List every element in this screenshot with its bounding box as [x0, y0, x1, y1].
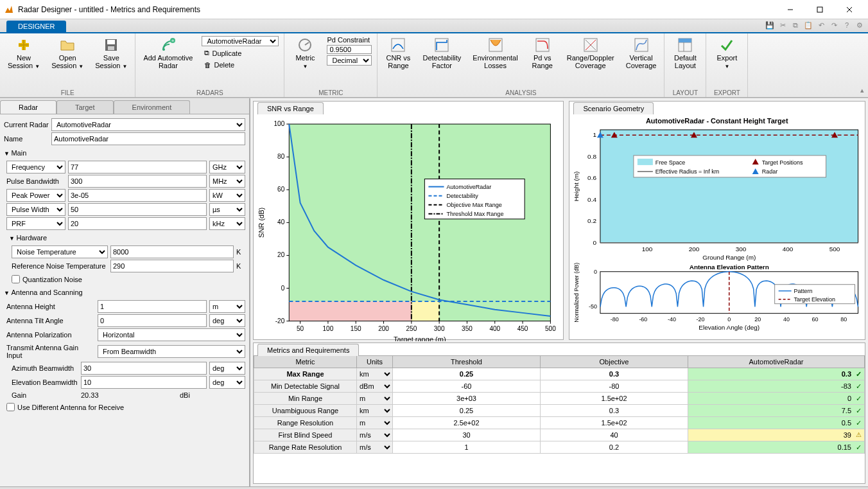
ref-noise-input[interactable] [110, 260, 234, 272]
metric-objective-cell[interactable]: -80 [541, 380, 688, 393]
metric-icon [297, 37, 313, 53]
pulse-bw-unit[interactable]: MHz [209, 175, 245, 188]
pulse-width-input[interactable] [68, 203, 207, 216]
scenario-tab[interactable]: Scenario Geometry [573, 102, 654, 114]
antenna-section[interactable]: Antenna and Scanning [4, 286, 245, 299]
qat-undo-icon[interactable]: ↶ [817, 21, 826, 30]
tab-target[interactable]: Target [56, 100, 114, 114]
cnr-button[interactable]: CNR vsRange [383, 36, 413, 71]
peak-power-input[interactable] [68, 189, 207, 202]
metric-objective-cell[interactable]: 0.3 [541, 368, 688, 380]
metric-unit-cell[interactable]: m/s [357, 441, 393, 454]
radar-selector[interactable]: AutomotiveRadar [202, 36, 279, 46]
export-button[interactable]: Export▼ [711, 36, 742, 72]
pulse-width-label-select[interactable]: Pulse Width [6, 203, 65, 216]
tab-radar[interactable]: Radar [0, 100, 56, 114]
metric-threshold-cell[interactable]: 2.5e+02 [393, 417, 541, 429]
qat-redo-icon[interactable]: ↷ [829, 21, 838, 30]
doppler-button[interactable]: Range/DopplerCoverage [564, 36, 617, 71]
metric-group: Metric▼ Pd Constraint Decimal METRIC [284, 33, 378, 97]
az-bw-unit[interactable]: deg [209, 362, 245, 375]
metric-threshold-cell[interactable]: 0.25 [393, 405, 541, 417]
metric-unit-cell[interactable]: m [357, 417, 393, 429]
svg-text:Free Space: Free Space [655, 159, 685, 166]
close-button[interactable] [835, 0, 864, 19]
metric-objective-cell[interactable]: 0.2 [541, 441, 688, 454]
svg-text:500: 500 [545, 325, 556, 332]
az-bw-input[interactable] [81, 362, 207, 375]
metric-objective-cell[interactable]: 1.5e+02 [541, 417, 688, 429]
name-input[interactable] [51, 132, 245, 145]
prf-label-select[interactable]: PRF [6, 217, 65, 230]
metric-threshold-cell[interactable]: 1 [393, 441, 541, 454]
peak-power-label-select[interactable]: Peak Power [6, 189, 65, 202]
designer-tab[interactable]: DESIGNER [6, 21, 66, 32]
ribbon-tabs: DESIGNER 💾 ✂ ⧉ 📋 ↶ ↷ ? ⚙ [0, 19, 868, 33]
metric-threshold-cell[interactable]: 30 [393, 429, 541, 441]
metric-unit-cell[interactable]: km [357, 405, 393, 417]
prf-unit[interactable]: kHz [209, 217, 245, 230]
metric-unit-cell[interactable]: m [357, 393, 393, 405]
env-losses-button[interactable]: EnvironmentalLosses [470, 36, 520, 71]
delete-button[interactable]: 🗑Delete [202, 60, 279, 70]
polar-select[interactable]: Horizontal [98, 328, 245, 341]
polar-label: Antenna Polarization [6, 330, 95, 340]
quantization-checkbox[interactable] [12, 275, 20, 283]
qat-copy-icon[interactable]: ⧉ [791, 21, 800, 30]
tilt-input[interactable] [98, 314, 207, 327]
duplicate-button[interactable]: ⧉Duplicate [202, 48, 279, 58]
prf-input[interactable] [68, 217, 207, 230]
noise-temp-label-select[interactable]: Noise Temperature [12, 245, 108, 258]
metric-unit-cell[interactable]: dBm [357, 380, 393, 393]
frequency-unit[interactable]: GHz [209, 161, 245, 173]
current-radar-select[interactable]: AutomotiveRadar [51, 118, 245, 131]
qat-paste-icon[interactable]: 📋 [804, 21, 813, 30]
ant-height-input[interactable] [98, 300, 207, 313]
qat-cut-icon[interactable]: ✂ [778, 21, 787, 30]
minimize-button[interactable] [776, 0, 805, 19]
decimal-selector[interactable]: Decimal [327, 55, 372, 66]
detectability-button[interactable]: DetectabilityFactor [420, 36, 464, 71]
open-session-button[interactable]: OpenSession ▼ [49, 36, 86, 72]
collapse-ribbon-icon[interactable]: ▴ [860, 86, 864, 94]
qat-help-icon[interactable]: ? [842, 21, 851, 30]
save-session-button[interactable]: SaveSession ▼ [92, 36, 130, 72]
metric-threshold-cell[interactable]: 3e+03 [393, 393, 541, 405]
frequency-label-select[interactable]: Frequency [6, 161, 65, 173]
maximize-button[interactable] [805, 0, 835, 19]
metric-name-cell: Range Rate Resolution [254, 441, 357, 454]
hardware-section[interactable]: Hardware [4, 231, 245, 244]
pd-constraint-input[interactable] [327, 45, 372, 54]
el-bw-unit[interactable]: deg [209, 376, 245, 389]
metric-unit-cell[interactable]: m/s [357, 429, 393, 441]
main-section[interactable]: Main [4, 147, 245, 159]
metric-threshold-cell[interactable]: -60 [393, 380, 541, 393]
pulse-width-unit[interactable]: µs [209, 203, 245, 216]
add-radar-button[interactable]: + Add AutomotiveRadar [141, 36, 195, 71]
el-bw-input[interactable] [81, 376, 207, 389]
tilt-unit[interactable]: deg [209, 314, 245, 327]
metric-objective-cell[interactable]: 1.5e+02 [541, 393, 688, 405]
pd-range-button[interactable]: Pd vsRange [527, 36, 558, 71]
frequency-input[interactable] [68, 161, 207, 173]
metric-threshold-cell[interactable]: 0.25 [393, 368, 541, 380]
peak-power-unit[interactable]: kW [209, 189, 245, 202]
vertical-button[interactable]: VerticalCoverage [623, 36, 659, 71]
metric-objective-cell[interactable]: 0.3 [541, 405, 688, 417]
metrics-tab[interactable]: Metrics and Requirements [257, 344, 359, 356]
tab-environment[interactable]: Environment [114, 100, 191, 114]
pulse-bw-input[interactable] [68, 175, 207, 188]
new-session-button[interactable]: NewSession ▼ [5, 36, 42, 72]
gain-input-select[interactable]: From Beamwidth [98, 345, 245, 358]
metric-objective-cell[interactable]: 40 [541, 429, 688, 441]
metric-unit-cell[interactable]: km [357, 368, 393, 380]
qat-save-icon[interactable]: 💾 [765, 21, 774, 30]
snr-tab[interactable]: SNR vs Range [257, 102, 324, 114]
diff-antenna-checkbox[interactable] [6, 403, 15, 411]
qat-gear-icon[interactable]: ⚙ [855, 21, 864, 30]
metric-button[interactable]: Metric▼ [290, 36, 320, 72]
ant-height-unit[interactable]: m [209, 300, 245, 313]
svg-rect-11 [392, 39, 404, 51]
noise-temp-input[interactable] [110, 245, 234, 258]
default-layout-button[interactable]: DefaultLayout [670, 36, 700, 71]
